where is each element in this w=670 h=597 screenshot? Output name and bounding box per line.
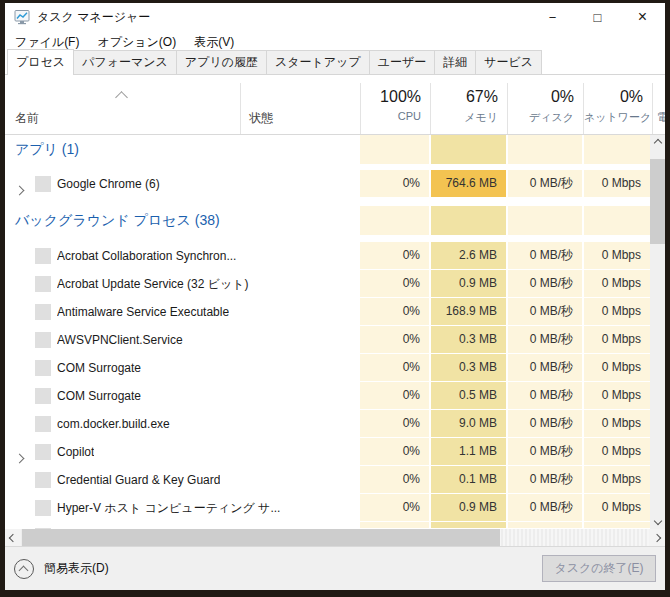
usage-percent: 0%	[508, 88, 574, 107]
cell-disk: 0 MB/秒	[508, 382, 582, 410]
section-header[interactable]: バックグラウンド プロセス (38)	[5, 206, 650, 236]
tab-詳細[interactable]: 詳細	[434, 50, 476, 74]
end-task-button[interactable]: タスクの終了(E)	[542, 555, 656, 582]
cell-mem	[431, 522, 506, 529]
cell-cpu: 0%	[360, 494, 429, 522]
scroll-up-icon[interactable]	[650, 135, 665, 151]
scroll-right-icon[interactable]	[649, 529, 665, 546]
expand-chevron-icon[interactable]	[16, 180, 23, 198]
menu-item[interactable]: オプション(O)	[97, 34, 176, 51]
menu-item[interactable]: 表示(V)	[194, 34, 234, 51]
cell-cpu	[360, 135, 429, 165]
expand-chevron-icon[interactable]	[16, 448, 23, 466]
process-row-partial[interactable]	[5, 522, 650, 529]
process-icon	[35, 416, 51, 432]
cell-net: 0 Mbps	[584, 494, 650, 522]
maximize-button[interactable]: □	[575, 3, 620, 31]
process-row[interactable]: COM Surrogate0%0.5 MB0 MB/秒0 Mbps	[5, 382, 650, 410]
horizontal-scroll-thumb[interactable]	[22, 529, 500, 546]
minimize-button[interactable]: −	[530, 3, 575, 31]
process-row[interactable]: Hyper-V ホスト コンピューティング サ...0%0.9 MB0 MB/秒…	[5, 494, 650, 522]
simple-view-toggle[interactable]: 簡易表示(D)	[44, 560, 109, 577]
column-header-net[interactable]: 0%ネットワーク	[583, 83, 652, 134]
cell-disk	[508, 135, 582, 165]
tab-サービス[interactable]: サービス	[475, 50, 542, 74]
cell-cpu: 0%	[360, 466, 429, 494]
cell-net: 0 Mbps	[584, 410, 650, 438]
vertical-scroll-thumb[interactable]	[650, 159, 665, 244]
scroll-left-icon[interactable]	[5, 529, 21, 546]
cell-cpu: 0%	[360, 170, 429, 198]
column-header-cpu[interactable]: 100%CPU	[360, 83, 430, 134]
usage-percent: 0%	[584, 88, 643, 107]
process-row[interactable]: AWSVPNClient.Service0%0.3 MB0 MB/秒0 Mbps	[5, 326, 650, 354]
cell-mem: 1.1 MB	[431, 438, 506, 466]
menu-item[interactable]: ファイル(F)	[15, 34, 79, 51]
process-name: com.docker.build.exe	[57, 410, 170, 438]
usage-percent: 100%	[361, 88, 421, 107]
process-row[interactable]: Copilot0%1.1 MB0 MB/秒0 Mbps	[5, 438, 650, 466]
window-title: タスク マネージャー	[37, 9, 150, 26]
section-header[interactable]: アプリ (1)	[5, 135, 650, 165]
cell-disk: 0 MB/秒	[508, 242, 582, 270]
process-row[interactable]: COM Surrogate0%0.3 MB0 MB/秒0 Mbps	[5, 354, 650, 382]
process-row[interactable]: com.docker.build.exe0%9.0 MB0 MB/秒0 Mbps	[5, 410, 650, 438]
cell-net: 0 Mbps	[584, 298, 650, 326]
horizontal-scrollbar[interactable]	[5, 529, 665, 546]
cell-mem	[431, 206, 506, 236]
process-icon	[35, 388, 51, 404]
process-icon	[35, 332, 51, 348]
cell-cpu	[360, 206, 429, 236]
process-name: Acrobat Update Service (32 ビット)	[57, 270, 249, 298]
close-button[interactable]: ×	[620, 3, 665, 31]
column-header-status[interactable]: 状態	[240, 83, 359, 134]
cell-mem: 0.9 MB	[431, 270, 506, 298]
cell-net	[584, 206, 650, 236]
process-row[interactable]: Google Chrome (6)0%764.6 MB0 MB/秒0 Mbps	[5, 170, 650, 198]
cell-net: 0 Mbps	[584, 354, 650, 382]
cell-net: 0 Mbps	[584, 242, 650, 270]
usage-percent: 67%	[431, 88, 498, 107]
column-header-disk[interactable]: 0%ディスク	[507, 83, 583, 134]
scroll-down-icon[interactable]	[650, 513, 665, 529]
cell-disk: 0 MB/秒	[508, 466, 582, 494]
cell-disk	[508, 206, 582, 236]
process-row[interactable]: Credential Guard & Key Guard0%0.1 MB0 MB…	[5, 466, 650, 494]
process-icon	[35, 276, 51, 292]
cell-mem: 764.6 MB	[431, 170, 506, 198]
vertical-scrollbar[interactable]	[650, 135, 665, 529]
column-header-name[interactable]: 名前	[15, 110, 39, 127]
cell-mem: 2.6 MB	[431, 242, 506, 270]
expand-details-icon[interactable]	[14, 559, 34, 579]
column-header-power[interactable]: 電	[652, 83, 665, 134]
tab-スタートアップ[interactable]: スタートアップ	[266, 50, 370, 74]
process-row[interactable]: Acrobat Update Service (32 ビット)0%0.9 MB0…	[5, 270, 650, 298]
cell-mem: 0.1 MB	[431, 466, 506, 494]
cell-disk: 0 MB/秒	[508, 170, 582, 198]
cell-disk: 0 MB/秒	[508, 410, 582, 438]
cell-disk	[508, 522, 582, 529]
cell-mem: 168.9 MB	[431, 298, 506, 326]
process-icon	[35, 176, 51, 192]
cell-mem: 0.5 MB	[431, 382, 506, 410]
process-row[interactable]: Acrobat Collaboration Synchron...0%2.6 M…	[5, 242, 650, 270]
column-label: ディスク	[508, 110, 574, 125]
tab-ユーザー[interactable]: ユーザー	[369, 50, 436, 74]
title-bar: タスク マネージャー − □ ×	[5, 3, 665, 31]
cell-net: 0 Mbps	[584, 270, 650, 298]
process-name: COM Surrogate	[57, 354, 141, 382]
tab-プロセス[interactable]: プロセス	[7, 49, 74, 75]
process-name: COM Surrogate	[57, 382, 141, 410]
process-name: AWSVPNClient.Service	[57, 326, 183, 354]
task-manager-window: タスク マネージャー − □ × ファイル(F)オプション(O)表示(V) プロ…	[5, 3, 665, 590]
tab-パフォーマンス[interactable]: パフォーマンス	[73, 50, 177, 74]
process-name: Antimalware Service Executable	[57, 298, 229, 326]
cell-cpu: 0%	[360, 270, 429, 298]
process-row[interactable]: Antimalware Service Executable0%168.9 MB…	[5, 298, 650, 326]
process-name: Hyper-V ホスト コンピューティング サ...	[57, 494, 280, 522]
cell-mem: 0.3 MB	[431, 326, 506, 354]
tab-アプリの履歴[interactable]: アプリの履歴	[176, 50, 267, 74]
column-header-mem[interactable]: 67%メモリ	[430, 83, 507, 134]
process-name: Credential Guard & Key Guard	[57, 466, 220, 494]
task-manager-icon	[14, 9, 30, 25]
